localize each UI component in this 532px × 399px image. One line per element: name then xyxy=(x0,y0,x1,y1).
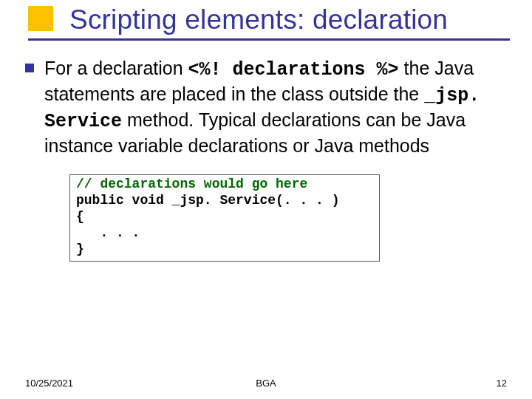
bullet-seg1: For a declaration xyxy=(44,58,188,78)
footer-page-number: 12 xyxy=(347,378,507,389)
bullet-marker-icon xyxy=(25,64,34,72)
code-comment: // declarations would go here xyxy=(76,177,307,191)
code-block: // declarations would go here public voi… xyxy=(76,177,373,258)
code-line-5: } xyxy=(76,242,84,256)
code-line-3: { xyxy=(76,209,84,224)
bullet-code1: <%! declarations %> xyxy=(188,59,399,81)
slide-title: Scripting elements: declaration xyxy=(0,4,532,35)
code-line-4: . . . xyxy=(76,225,140,240)
code-box: // declarations would go here public voi… xyxy=(69,174,380,262)
slide: Scripting elements: declaration For a de… xyxy=(0,0,532,399)
footer-author: BGA xyxy=(185,378,346,389)
code-line-2: public void _jsp. Service(. . . ) xyxy=(76,193,339,208)
footer: 10/25/2021 BGA 12 xyxy=(0,378,532,389)
title-area: Scripting elements: declaration xyxy=(0,0,532,35)
footer-date: 10/25/2021 xyxy=(25,378,185,389)
bullet-item: For a declaration <%! declarations %> th… xyxy=(25,56,510,158)
slide-body: For a declaration <%! declarations %> th… xyxy=(0,35,532,262)
title-underline xyxy=(28,38,510,41)
bullet-text: For a declaration <%! declarations %> th… xyxy=(44,56,510,158)
